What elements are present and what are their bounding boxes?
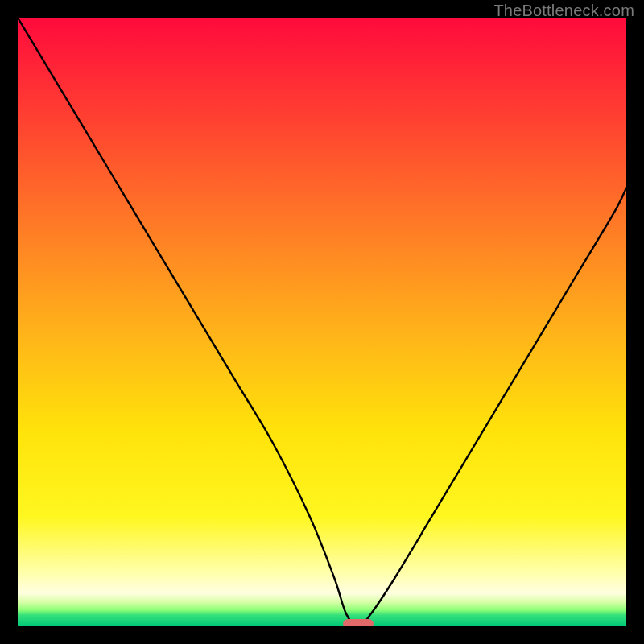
curve-path [18, 18, 626, 626]
chart-area [18, 18, 626, 626]
bottleneck-curve [18, 18, 626, 626]
optimal-marker [343, 619, 374, 626]
